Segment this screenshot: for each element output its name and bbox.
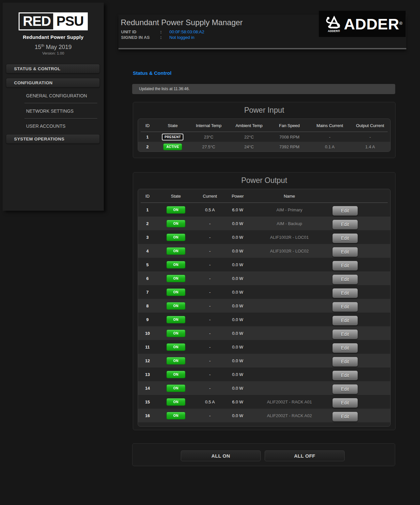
sidebar-item-network-settings[interactable]: NETWORK SETTINGS: [26, 108, 73, 114]
sidebar-item-user-accounts[interactable]: USER ACCOUNTS: [26, 123, 66, 129]
output-current-value: -: [195, 331, 225, 336]
col-internal-temp: Internal Temp: [189, 123, 229, 128]
output-on-button[interactable]: ON: [166, 288, 185, 296]
edit-button[interactable]: Edit: [333, 398, 358, 408]
state-badge-present: PRESENT: [162, 134, 183, 140]
sidebar-item-system-operations[interactable]: SYSTEM OPERATIONS: [6, 134, 100, 144]
logo-subtitle: Redundant Power Supply: [3, 34, 104, 40]
power-input-title: Power Input: [133, 106, 395, 115]
edit-button[interactable]: Edit: [333, 330, 358, 339]
fan-speed-value: 7392 RPM: [269, 144, 310, 149]
edit-button[interactable]: Edit: [333, 412, 358, 421]
output-power-value: 0.0 W: [225, 413, 250, 418]
output-power-value: 6.0 W: [225, 207, 250, 212]
output-name: AIM - Primary: [250, 207, 329, 212]
output-on-button[interactable]: ON: [166, 220, 185, 227]
output-id: 6: [138, 276, 157, 281]
edit-button[interactable]: Edit: [333, 357, 358, 367]
page-title: Redundant Power Supply Manager: [121, 18, 243, 27]
output-id: 4: [138, 249, 157, 253]
power-output-row: 7ON-0.0 WEdit: [138, 285, 390, 299]
edit-button[interactable]: Edit: [333, 234, 358, 243]
output-on-button[interactable]: ON: [166, 275, 185, 282]
date-day: 15: [35, 44, 41, 50]
edit-button[interactable]: Edit: [333, 247, 358, 257]
output-edit-cell: Edit: [329, 355, 389, 367]
adder-logo: ADDER® ADDER ®: [319, 11, 406, 37]
edit-button[interactable]: Edit: [333, 371, 358, 380]
power-output-row: 5ON-0.0 WEdit: [138, 258, 390, 271]
output-id: 14: [138, 386, 157, 391]
power-output-row: 1ON0.5 A6.0 WAIM - PrimaryEdit: [138, 203, 390, 217]
sidebar-item-configuration[interactable]: CONFIGURATION: [6, 78, 100, 88]
output-on-button[interactable]: ON: [166, 343, 185, 351]
mains-current-value: 0.1 A: [310, 144, 350, 149]
edit-button[interactable]: Edit: [333, 302, 358, 312]
output-on-button[interactable]: ON: [166, 247, 185, 255]
output-on-button[interactable]: ON: [166, 357, 185, 365]
output-id: 8: [138, 303, 157, 308]
sidebar-item-general-configuration[interactable]: GENERAL CONFIGURATION: [26, 93, 87, 98]
output-current-value: -: [195, 290, 225, 295]
power-input-panel: Power Input ID State Internal Temp Ambie…: [133, 102, 396, 158]
edit-button[interactable]: Edit: [333, 206, 358, 216]
power-output-row: 10ON-0.0 WEdit: [138, 326, 390, 340]
all-off-button[interactable]: ALL OFF: [265, 450, 345, 461]
output-name: ALIF2002T - RACK A01: [250, 399, 329, 404]
output-current-value: -: [195, 235, 225, 240]
output-current-value: -: [350, 135, 390, 139]
all-on-button[interactable]: ALL ON: [181, 450, 261, 461]
output-edit-cell: Edit: [329, 259, 389, 270]
edit-button[interactable]: Edit: [333, 384, 358, 394]
output-power-value: 0.0 W: [225, 331, 250, 336]
col-power: Power: [225, 194, 250, 199]
output-state-cell: ON: [157, 220, 195, 227]
edit-button[interactable]: Edit: [333, 288, 358, 298]
input-id: 2: [138, 144, 157, 149]
output-state-cell: ON: [157, 288, 195, 296]
edit-button[interactable]: Edit: [333, 275, 358, 284]
output-id: 13: [138, 372, 157, 377]
logo-psu-text: PSU: [54, 13, 87, 29]
output-on-button[interactable]: ON: [166, 412, 185, 419]
output-edit-cell: Edit: [329, 314, 389, 325]
edit-button[interactable]: Edit: [333, 220, 358, 229]
output-on-button[interactable]: ON: [166, 384, 185, 392]
output-on-button[interactable]: ON: [166, 330, 185, 337]
output-power-value: 0.0 W: [225, 317, 250, 322]
output-current-value: -: [195, 303, 225, 308]
output-on-button[interactable]: ON: [166, 261, 185, 269]
sidebar: RED PSU Redundant Power Supply 15th May …: [3, 3, 104, 211]
output-on-button[interactable]: ON: [166, 302, 185, 310]
output-state-cell: ON: [157, 343, 195, 351]
output-on-button[interactable]: ON: [166, 371, 185, 378]
output-on-button[interactable]: ON: [166, 316, 185, 323]
output-power-value: 0.0 W: [225, 358, 250, 363]
output-on-button[interactable]: ON: [166, 398, 185, 406]
output-state-cell: ON: [157, 384, 195, 392]
output-power-value: 0.0 W: [225, 303, 250, 308]
output-edit-cell: Edit: [329, 218, 389, 229]
input-id: 1: [138, 135, 157, 139]
output-on-button[interactable]: ON: [166, 234, 185, 241]
input-state-cell: ACTIVE: [157, 143, 189, 150]
output-state-cell: ON: [157, 412, 195, 419]
output-state-cell: ON: [157, 330, 195, 337]
output-on-button[interactable]: ON: [166, 206, 185, 214]
output-id: 12: [138, 358, 157, 363]
edit-button[interactable]: Edit: [333, 316, 358, 325]
edit-button[interactable]: Edit: [333, 343, 358, 353]
col-ambient-temp: Ambient Temp: [229, 123, 269, 128]
actions-panel: ALL ON ALL OFF: [132, 443, 395, 466]
output-current-value: -: [195, 221, 225, 226]
output-edit-cell: Edit: [329, 328, 389, 339]
sidebar-item-status-control[interactable]: STATUS & CONTROL: [6, 64, 100, 73]
power-input-row: 2ACTIVE27.5°C24°C7392 RPM0.1 A1.4 A: [138, 142, 390, 152]
input-state-cell: PRESENT: [157, 134, 189, 140]
output-power-value: 0.0 W: [225, 235, 250, 240]
output-state-cell: ON: [157, 398, 195, 406]
output-id: 15: [138, 399, 157, 404]
output-name: ALIF2002T - RACK A02: [250, 413, 329, 418]
state-badge-active: ACTIVE: [163, 143, 182, 150]
edit-button[interactable]: Edit: [333, 261, 358, 270]
